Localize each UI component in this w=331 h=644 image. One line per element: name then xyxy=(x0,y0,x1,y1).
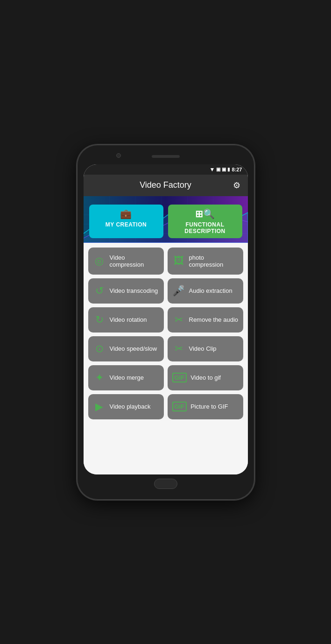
feature-video-transcoding[interactable]: ↺ Video transcoding xyxy=(88,278,164,304)
audio-extraction-icon: 🎤 xyxy=(172,285,185,297)
feature-picture-to-gif-label: Picture to GIF xyxy=(190,403,228,410)
photo-compression-icon: 🖼 xyxy=(172,255,185,267)
phone-device: ▼ ▣ ▣ ▮ 8:27 Video Factory ⚙ xyxy=(77,145,254,500)
feature-video-merge[interactable]: ✦ Video merge xyxy=(88,365,164,390)
feature-remove-audio[interactable]: ✂ Remove the audio xyxy=(168,307,243,333)
video-merge-icon: ✦ xyxy=(93,372,106,384)
feature-video-transcoding-label: Video transcoding xyxy=(110,287,158,294)
feature-video-to-gif-label: Video to gif xyxy=(190,374,221,381)
feature-video-speed[interactable]: ⊙ Video speed/slow xyxy=(88,336,164,361)
creation-label: MY CREATION xyxy=(106,221,147,228)
settings-icon[interactable]: ⚙ xyxy=(233,180,240,191)
wifi-icon: ▼ xyxy=(210,166,215,173)
feature-video-playback-label: Video playback xyxy=(110,403,151,410)
signal-icon-1: ▣ xyxy=(216,167,220,172)
video-playback-icon: ▶ xyxy=(93,401,106,413)
feature-photo-compression[interactable]: 🖼 photo compression xyxy=(168,248,243,275)
home-button[interactable] xyxy=(154,479,177,489)
feature-video-clip[interactable]: ✂ Video Clip xyxy=(168,336,243,361)
feature-photo-compression-label: photo compression xyxy=(189,254,239,268)
video-transcoding-icon: ↺ xyxy=(93,285,106,297)
status-time: 8:27 xyxy=(232,167,242,172)
feature-audio-extraction-label: Audio extraction xyxy=(189,287,232,294)
top-bar: Video Factory ⚙ xyxy=(84,175,248,196)
feature-video-compression-label: Video compression xyxy=(110,254,159,268)
status-icons: ▼ ▣ ▣ ▮ 8:27 xyxy=(210,166,242,173)
banner: 💼 MY CREATION ⊞🔍 FUNCTIONAL DESCRIPTION xyxy=(84,196,248,243)
video-rotation-icon: ↻ xyxy=(93,314,106,326)
feature-video-merge-label: Video merge xyxy=(110,374,144,381)
phone-speaker xyxy=(152,155,180,158)
feature-video-rotation-label: Video rotation xyxy=(110,316,147,323)
feature-video-compression[interactable]: ◎ Video compression xyxy=(88,248,164,275)
banner-buttons: 💼 MY CREATION ⊞🔍 FUNCTIONAL DESCRIPTION xyxy=(84,205,248,238)
phone-notch xyxy=(84,151,248,164)
battery-icon: ▮ xyxy=(227,167,230,172)
feature-picture-to-gif[interactable]: GIF Picture to GIF xyxy=(168,394,243,419)
feature-audio-extraction[interactable]: 🎤 Audio extraction xyxy=(168,278,243,304)
feature-remove-audio-label: Remove the audio xyxy=(189,316,239,323)
functional-label: FUNCTIONAL DESCRIPTION xyxy=(170,221,240,234)
video-to-gif-icon: GIF xyxy=(172,373,187,382)
functional-description-button[interactable]: ⊞🔍 FUNCTIONAL DESCRIPTION xyxy=(168,205,242,238)
feature-grid: ◎ Video compression 🖼 photo compression … xyxy=(84,243,248,474)
app-title: Video Factory xyxy=(140,180,191,190)
signal-icon-2: ▣ xyxy=(222,167,226,172)
briefcase-icon: 💼 xyxy=(120,208,132,219)
remove-audio-icon: ✂ xyxy=(172,314,185,326)
phone-screen: ▼ ▣ ▣ ▮ 8:27 Video Factory ⚙ xyxy=(84,164,248,474)
feature-video-rotation[interactable]: ↻ Video rotation xyxy=(88,307,164,333)
grid-search-icon: ⊞🔍 xyxy=(195,208,215,219)
video-clip-icon: ✂ xyxy=(172,343,185,355)
video-compression-icon: ◎ xyxy=(93,255,106,267)
feature-video-to-gif[interactable]: GIF Video to gif xyxy=(168,365,243,390)
phone-home-area xyxy=(84,474,248,493)
my-creation-button[interactable]: 💼 MY CREATION xyxy=(89,205,163,238)
status-bar: ▼ ▣ ▣ ▮ 8:27 xyxy=(84,164,248,175)
feature-video-speed-label: Video speed/slow xyxy=(110,345,157,352)
feature-video-playback[interactable]: ▶ Video playback xyxy=(88,394,164,419)
video-speed-icon: ⊙ xyxy=(93,343,106,355)
feature-video-clip-label: Video Clip xyxy=(189,345,217,352)
front-camera xyxy=(116,153,121,158)
picture-to-gif-icon: GIF xyxy=(172,402,187,411)
